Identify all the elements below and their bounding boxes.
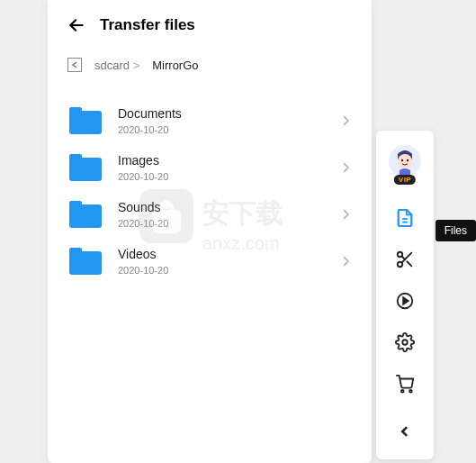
svg-point-21 — [401, 390, 404, 393]
folder-date: 2020-10-20 — [118, 171, 341, 182]
folder-row[interactable]: Documents 2020-10-20 — [57, 97, 363, 144]
folder-date: 2020-10-20 — [118, 124, 341, 135]
folder-date: 2020-10-20 — [118, 265, 341, 276]
file-info: Documents 2020-10-20 — [118, 106, 341, 135]
svg-point-20 — [402, 340, 408, 345]
sidebar-play-button[interactable] — [386, 282, 424, 320]
chevron-right-icon — [341, 208, 350, 221]
svg-point-9 — [401, 159, 403, 161]
folder-name: Images — [118, 153, 341, 168]
sidebar-settings-button[interactable] — [386, 323, 424, 361]
chevron-right-icon — [341, 114, 350, 127]
folder-icon — [69, 107, 102, 134]
folder-name: Documents — [118, 106, 341, 121]
svg-point-8 — [398, 154, 412, 168]
folder-row[interactable]: Sounds 2020-10-20 — [57, 191, 363, 238]
file-list: Documents 2020-10-20 Images 2020-10-20 S… — [48, 97, 372, 285]
folder-date: 2020-10-20 — [118, 218, 341, 229]
svg-marker-19 — [403, 297, 409, 304]
file-info: Videos 2020-10-20 — [118, 247, 341, 276]
file-info: Images 2020-10-20 — [118, 153, 341, 182]
panel-header: Transfer files — [48, 16, 372, 52]
page-title: Transfer files — [100, 16, 195, 34]
sidebar-collapse-button[interactable] — [386, 413, 424, 450]
transfer-files-panel: Transfer files sdcard > MirrorGo Documen… — [48, 0, 372, 463]
avatar-icon — [389, 145, 421, 177]
chevron-right-icon — [341, 255, 350, 268]
svg-line-16 — [407, 261, 411, 266]
back-button[interactable] — [67, 16, 85, 34]
right-sidebar: VIP — [376, 131, 434, 459]
sidebar-scissors-button[interactable] — [386, 241, 424, 278]
sidebar-files-button[interactable] — [386, 199, 424, 237]
svg-point-22 — [409, 390, 412, 393]
folder-name: Sounds — [118, 200, 341, 214]
folder-icon — [69, 201, 102, 228]
breadcrumb-up-icon[interactable] — [67, 58, 82, 72]
breadcrumb-current[interactable]: MirrorGo — [152, 59, 198, 72]
folder-row[interactable]: Images 2020-10-20 — [57, 144, 363, 191]
chevron-right-icon — [341, 161, 350, 174]
file-info: Sounds 2020-10-20 — [118, 200, 341, 229]
sidebar-cart-button[interactable] — [386, 365, 424, 403]
folder-icon — [69, 248, 102, 275]
folder-name: Videos — [118, 247, 341, 261]
svg-line-17 — [401, 256, 405, 259]
folder-row[interactable]: Videos 2020-10-20 — [57, 238, 363, 285]
folder-icon — [69, 154, 102, 181]
breadcrumb: sdcard > MirrorGo — [48, 52, 372, 97]
vip-badge: VIP — [394, 175, 416, 185]
breadcrumb-root[interactable]: sdcard > — [94, 59, 139, 72]
user-avatar[interactable]: VIP — [387, 145, 423, 185]
files-tooltip: Files — [436, 220, 476, 241]
svg-point-10 — [407, 159, 409, 161]
